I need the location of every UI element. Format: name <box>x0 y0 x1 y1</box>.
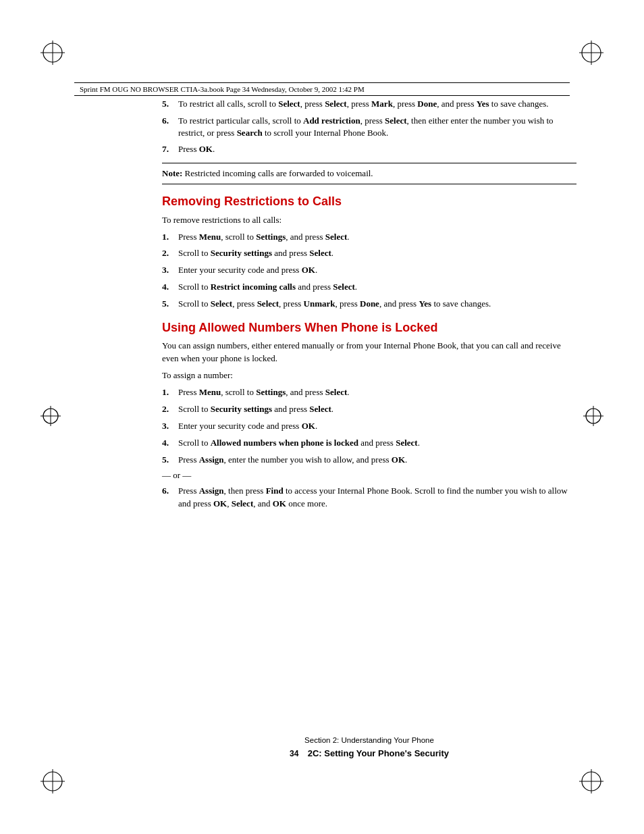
step-number: 4. <box>162 281 178 294</box>
step-text: Press Assign, then press Find to access … <box>178 485 576 509</box>
step-number: 2. <box>162 247 178 260</box>
list-item: 7. Press OK. <box>162 143 576 156</box>
step-text: Press OK. <box>178 143 576 156</box>
or-divider: — or — <box>162 470 576 481</box>
step-text: To restrict particular calls, scroll to … <box>178 115 576 139</box>
page: Sprint FM OUG NO BROWSER CTIA-3a.book Pa… <box>0 0 644 834</box>
list-item: 2. Scroll to Security settings and press… <box>162 247 576 260</box>
list-item: 5. Scroll to Select, press Select, press… <box>162 298 576 311</box>
section-removing-restrictions: Removing Restrictions to Calls To remove… <box>162 194 576 311</box>
step-text: Scroll to Allowed numbers when phone is … <box>178 437 576 450</box>
corner-mark-bl <box>41 769 65 793</box>
section-title-allowed: Using Allowed Numbers When Phone is Lock… <box>162 320 576 336</box>
step-number: 3. <box>162 264 178 277</box>
section-allowed-numbers: Using Allowed Numbers When Phone is Lock… <box>162 320 576 510</box>
allowed-steps-2: 6. Press Assign, then press Find to acce… <box>162 485 576 509</box>
step-number: 5. <box>162 98 178 111</box>
list-item: 5. Press Assign, enter the number you wi… <box>162 454 576 467</box>
main-content: 5. To restrict all calls, scroll to Sele… <box>162 98 576 739</box>
step-text: To restrict all calls, scroll to Select,… <box>178 98 576 111</box>
list-item: 4. Scroll to Restrict incoming calls and… <box>162 281 576 294</box>
list-item: 4. Scroll to Allowed numbers when phone … <box>162 437 576 450</box>
section-intro-removing: To remove restrictions to all calls: <box>162 214 576 227</box>
step-number: 1. <box>162 231 178 244</box>
top-steps: 5. To restrict all calls, scroll to Sele… <box>162 98 576 156</box>
removing-steps: 1. Press Menu, scroll to Settings, and p… <box>162 231 576 311</box>
list-item: 6. To restrict particular calls, scroll … <box>162 115 576 139</box>
header-text: Sprint FM OUG NO BROWSER CTIA-3a.book Pa… <box>80 85 365 93</box>
step-number: 1. <box>162 386 178 399</box>
list-item: 1. Press Menu, scroll to Settings, and p… <box>162 386 576 399</box>
step-number: 7. <box>162 143 178 156</box>
corner-mark-br <box>579 769 603 793</box>
note-label: Note: <box>162 168 182 178</box>
list-item: 6. Press Assign, then press Find to acce… <box>162 485 576 509</box>
step-text: Scroll to Restrict incoming calls and pr… <box>178 281 576 294</box>
note-text: Restricted incoming calls are forwarded … <box>185 168 373 178</box>
section-title-removing: Removing Restrictions to Calls <box>162 194 576 209</box>
step-text: Press Assign, enter the number you wish … <box>178 454 576 467</box>
step-text: Scroll to Security settings and press Se… <box>178 403 576 416</box>
step-text: Enter your security code and press OK. <box>178 264 576 277</box>
step-number: 6. <box>162 485 178 509</box>
step-number: 2. <box>162 403 178 416</box>
mid-mark-left <box>41 406 61 429</box>
list-item: 2. Scroll to Security settings and press… <box>162 403 576 416</box>
corner-mark-tl <box>41 41 65 65</box>
mid-mark-right <box>583 406 603 429</box>
header-bar: Sprint FM OUG NO BROWSER CTIA-3a.book Pa… <box>74 82 570 96</box>
footer-page-title: 2C: Setting Your Phone's Security <box>308 748 449 758</box>
list-item: 3. Enter your security code and press OK… <box>162 420 576 433</box>
step-number: 5. <box>162 454 178 467</box>
step-text: Enter your security code and press OK. <box>178 420 576 433</box>
step-text: Press Menu, scroll to Settings, and pres… <box>178 386 576 399</box>
step-number: 5. <box>162 298 178 311</box>
section-intro2-allowed: To assign a number: <box>162 369 576 382</box>
list-item: 1. Press Menu, scroll to Settings, and p… <box>162 231 576 244</box>
step-number: 4. <box>162 437 178 450</box>
allowed-steps: 1. Press Menu, scroll to Settings, and p… <box>162 386 576 466</box>
step-text: Scroll to Select, press Select, press Un… <box>178 298 576 311</box>
step-text: Scroll to Security settings and press Se… <box>178 247 576 260</box>
list-item: 5. To restrict all calls, scroll to Sele… <box>162 98 576 111</box>
note-box: Note: Restricted incoming calls are forw… <box>162 163 576 184</box>
footer-section-label: Section 2: Understanding Your Phone <box>162 735 576 746</box>
step-number: 3. <box>162 420 178 433</box>
footer: Section 2: Understanding Your Phone 34 2… <box>162 735 576 760</box>
section-intro-allowed: You can assign numbers, either entered m… <box>162 340 576 365</box>
footer-spacer <box>301 749 306 758</box>
footer-page-num: 34 <box>290 749 298 758</box>
corner-mark-tr <box>579 41 603 65</box>
step-number: 6. <box>162 115 178 139</box>
step-text: Press Menu, scroll to Settings, and pres… <box>178 231 576 244</box>
footer-page-line: 34 2C: Setting Your Phone's Security <box>162 747 576 760</box>
list-item: 3. Enter your security code and press OK… <box>162 264 576 277</box>
